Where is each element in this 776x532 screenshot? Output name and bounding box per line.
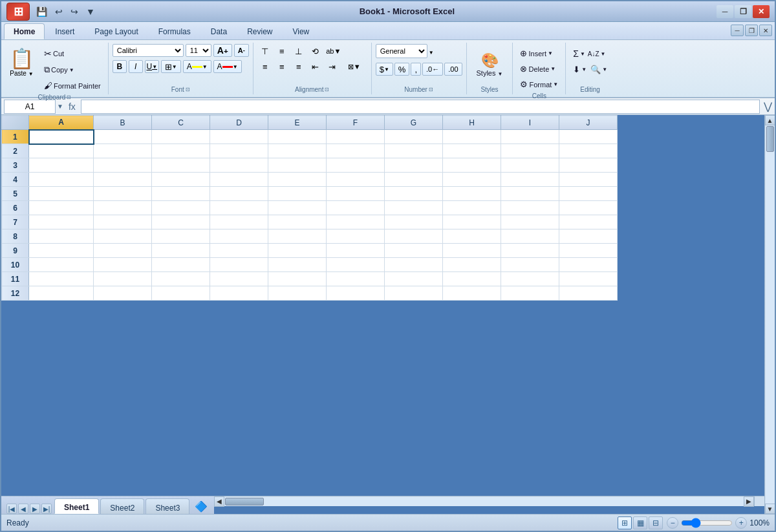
- copy-button[interactable]: ⧉ Copy ▼: [41, 63, 104, 77]
- tab-view[interactable]: View: [283, 23, 319, 39]
- currency-btn[interactable]: $ ▼: [376, 63, 393, 76]
- autosum-btn[interactable]: Σ ▼ A↓Z ▼: [570, 47, 609, 61]
- cell-B7[interactable]: [94, 215, 152, 229]
- sheet-nav-prev[interactable]: ◀: [18, 504, 28, 514]
- undo-quick-btn[interactable]: ↩: [52, 5, 65, 18]
- decrease-decimal-btn[interactable]: .0←: [422, 63, 443, 76]
- horizontal-scrollbar[interactable]: ◀ ▶: [214, 496, 754, 506]
- align-right-btn[interactable]: ≡: [291, 59, 307, 74]
- font-color-btn[interactable]: A ▼: [213, 60, 242, 73]
- cell-B9[interactable]: [94, 244, 152, 258]
- cell-H3[interactable]: [443, 158, 501, 173]
- cell-E7[interactable]: [268, 215, 327, 229]
- cell-C6[interactable]: [152, 201, 210, 215]
- cell-H8[interactable]: [443, 229, 501, 244]
- redo-quick-btn[interactable]: ↪: [68, 5, 81, 18]
- cell-E3[interactable]: [268, 158, 327, 173]
- cell-F9[interactable]: [327, 244, 385, 258]
- sheet-nav-last[interactable]: ▶|: [41, 504, 52, 514]
- cell-J10[interactable]: [559, 258, 618, 272]
- cell-C9[interactable]: [152, 244, 210, 258]
- cell-F6[interactable]: [327, 201, 385, 215]
- cell-D11[interactable]: [210, 272, 268, 286]
- name-box-dropdown[interactable]: ▼: [57, 103, 63, 110]
- align-bottom-btn[interactable]: ⊥: [291, 44, 307, 58]
- cell-D7[interactable]: [210, 215, 268, 229]
- cell-F7[interactable]: [327, 215, 385, 229]
- cell-E12[interactable]: [268, 286, 327, 301]
- cell-C10[interactable]: [152, 258, 210, 272]
- align-middle-btn[interactable]: ≡: [274, 44, 290, 58]
- cell-A6[interactable]: [29, 201, 94, 215]
- cell-D12[interactable]: [210, 286, 268, 301]
- orientation-btn[interactable]: ab▼: [325, 44, 343, 58]
- col-header-J[interactable]: J: [559, 116, 618, 130]
- cell-F3[interactable]: [327, 158, 385, 173]
- italic-btn[interactable]: I: [129, 60, 143, 73]
- cell-B11[interactable]: [94, 272, 152, 286]
- cell-A1[interactable]: [29, 130, 94, 144]
- cell-C1[interactable]: [152, 130, 210, 144]
- cell-B8[interactable]: [94, 229, 152, 244]
- sheet-tab-sheet2[interactable]: Sheet2: [100, 498, 144, 514]
- tab-insert[interactable]: Insert: [45, 23, 84, 39]
- cell-I9[interactable]: [501, 244, 559, 258]
- cell-B3[interactable]: [94, 158, 152, 173]
- customize-qa-btn[interactable]: ▼: [83, 5, 98, 18]
- cell-B2[interactable]: [94, 144, 152, 158]
- percent-btn[interactable]: %: [394, 63, 410, 76]
- v-scroll-thumb[interactable]: [766, 126, 774, 152]
- cell-D2[interactable]: [210, 144, 268, 158]
- cell-A2[interactable]: [29, 144, 94, 158]
- cell-G7[interactable]: [385, 215, 443, 229]
- cell-A7[interactable]: [29, 215, 94, 229]
- increase-font-size-btn[interactable]: A+: [213, 44, 232, 57]
- col-header-A[interactable]: A: [29, 116, 94, 130]
- fill-btn[interactable]: ⬇ ▼ 🔍 ▼: [570, 63, 610, 76]
- align-center-btn[interactable]: ≡: [274, 59, 290, 74]
- row-header-2[interactable]: 2: [2, 144, 29, 158]
- cell-C3[interactable]: [152, 158, 210, 173]
- cell-E2[interactable]: [268, 144, 327, 158]
- tab-formulas[interactable]: Formulas: [149, 23, 200, 39]
- cell-H6[interactable]: [443, 201, 501, 215]
- ribbon-close-btn[interactable]: ✕: [759, 25, 772, 36]
- formula-input[interactable]: [81, 100, 760, 114]
- row-header-5[interactable]: 5: [2, 187, 29, 201]
- cell-A9[interactable]: [29, 244, 94, 258]
- cell-A8[interactable]: [29, 229, 94, 244]
- cell-J6[interactable]: [559, 201, 618, 215]
- cell-A3[interactable]: [29, 158, 94, 173]
- underline-btn[interactable]: U▼: [145, 60, 159, 73]
- v-scroll-down-btn[interactable]: ▼: [765, 504, 775, 514]
- zoom-in-btn[interactable]: +: [735, 517, 747, 529]
- paste-button[interactable]: 📋 Paste ▼: [5, 44, 38, 80]
- corner-cell[interactable]: [2, 116, 29, 130]
- delete-cells-btn[interactable]: ⊗ Delete ▼: [517, 62, 559, 76]
- office-button[interactable]: ⊞: [6, 3, 30, 21]
- cell-B5[interactable]: [94, 187, 152, 201]
- cell-H7[interactable]: [443, 215, 501, 229]
- sheet-scroll-area[interactable]: A B C D E F G H I J: [1, 115, 764, 496]
- cell-J4[interactable]: [559, 173, 618, 187]
- cell-B6[interactable]: [94, 201, 152, 215]
- clipboard-expand-icon[interactable]: ⊡: [67, 94, 71, 100]
- number-format-expand-icon[interactable]: ▼: [429, 50, 434, 56]
- cell-I1[interactable]: [501, 130, 559, 144]
- v-scroll-track[interactable]: [766, 125, 775, 504]
- col-header-E[interactable]: E: [268, 116, 327, 130]
- cell-F2[interactable]: [327, 144, 385, 158]
- cell-A4[interactable]: [29, 173, 94, 187]
- font-expand-icon[interactable]: ⊡: [186, 87, 190, 92]
- cell-H11[interactable]: [443, 272, 501, 286]
- cell-I6[interactable]: [501, 201, 559, 215]
- cell-G8[interactable]: [385, 229, 443, 244]
- align-top-btn[interactable]: ⊤: [257, 44, 273, 58]
- align-left-btn[interactable]: ≡: [257, 59, 273, 74]
- row-header-8[interactable]: 8: [2, 229, 29, 244]
- styles-button[interactable]: 🎨 Styles ▼: [473, 50, 506, 79]
- comma-btn[interactable]: ,: [411, 63, 421, 76]
- col-header-C[interactable]: C: [152, 116, 210, 130]
- cell-H1[interactable]: [443, 130, 501, 144]
- cell-G4[interactable]: [385, 173, 443, 187]
